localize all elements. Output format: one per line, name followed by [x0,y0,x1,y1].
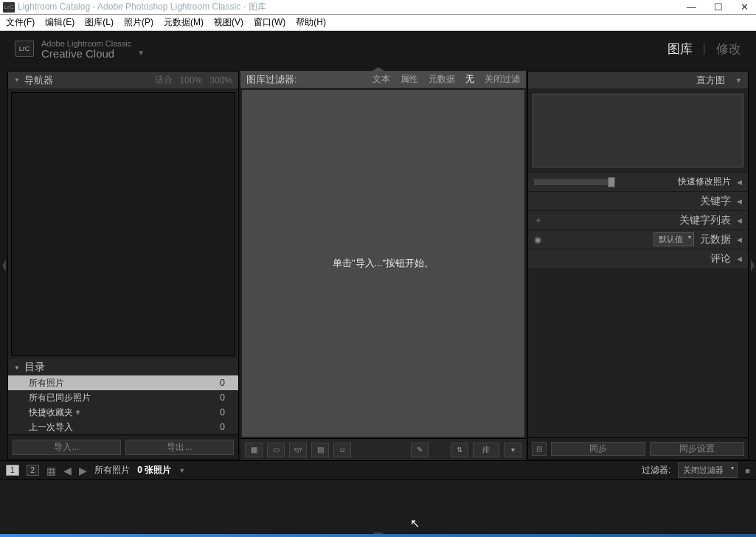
empty-grid-message: 单击"导入..."按钮开始。 [333,257,434,270]
histogram-display [533,94,743,167]
sync-settings-button[interactable]: 同步设置 [650,442,744,456]
compare-view-icon[interactable]: X|Y [289,443,307,457]
catalog-item-synced[interactable]: 所有已同步照片 0 [8,390,238,405]
maximize-button[interactable]: ☐ [714,1,723,13]
zoom-100[interactable]: 100% [180,75,203,86]
menu-view[interactable]: 视图(V) [209,15,248,30]
loupe-view-icon[interactable]: ▭ [267,443,285,457]
import-button[interactable]: 导入... [13,440,121,455]
survey-view-icon[interactable]: ▤ [311,443,329,457]
quickdev-slider-row: 快速修改照片 ◀ [528,172,748,191]
catalog-item-all-photos[interactable]: 所有照片 0 [8,375,238,390]
menu-window[interactable]: 窗口(W) [249,15,290,30]
export-button[interactable]: 导出... [125,440,234,455]
menu-metadata[interactable]: 元数据(M) [159,15,208,30]
painter-icon[interactable]: ✎ [411,443,429,457]
people-view-icon[interactable]: ☺ [333,443,351,457]
catalog-item-previous-import[interactable]: 上一次导入 0 [8,420,238,434]
catalog-item-count: 0 [220,392,225,403]
collapse-icon: ▼ [14,364,20,371]
catalog-item-label: 所有照片 [29,377,64,389]
zoom-fit[interactable]: 适合 [155,74,173,86]
section-title: 关键字 [700,195,731,208]
sync-toggle-icon[interactable]: ⊟ [532,442,547,456]
source-path[interactable]: 所有照片 [94,464,130,477]
sort-direction-icon[interactable]: ⇅ [451,443,468,457]
filmstrip-statusbar: 1 2 ▦ ◀ ▶ 所有照片 0 张照片 ▼ 过滤器: 关闭过滤器 ■ [0,460,756,479]
window-titlebar: LrC Lightroom Catalog - Adobe Photoshop … [0,0,756,15]
right-panel-toggle[interactable] [749,71,756,460]
filter-text[interactable]: 文本 [372,73,390,86]
center-toolbar: ▦ ▭ X|Y ▤ ☺ ✎ ⇅ 排 ▾ [240,438,526,460]
filter-metadata[interactable]: 元数据 [429,73,455,86]
menu-help[interactable]: 帮助(H) [291,15,330,30]
sync-row: ⊟ 同步 同步设置 [528,437,748,460]
center-panel: 图库过滤器: 文本 属性 元数据 无 关闭过滤 单击"导入..."按钮开始。 ▦… [240,71,526,460]
lrc-logo-icon: LrC [15,41,34,57]
menu-photo[interactable]: 照片(P) [119,15,158,30]
keywording-section[interactable]: 关键字◀ [528,191,748,210]
catalog-item-count: 0 [220,378,225,388]
module-library[interactable]: 图库 [667,41,693,58]
quickdev-title: 快速修改照片 [678,176,731,188]
nav-forward-icon[interactable]: ▶ [79,465,87,477]
zoom-300[interactable]: 300% [209,75,232,86]
navigator-header[interactable]: ▼ 导航器 适合 100% 300% [8,72,238,89]
catalog-panel: ▼ 目录 所有照片 0 所有已同步照片 0 快捷收藏夹 + 0 [8,359,238,434]
collapse-icon: ◀ [737,179,742,186]
grid-view[interactable]: 单击"导入..."按钮开始。 [242,90,524,437]
eye-icon[interactable]: ◉ [534,235,541,245]
left-panel-toggle[interactable] [0,71,7,460]
menu-edit[interactable]: 编辑(E) [41,15,79,30]
catalog-header[interactable]: ▼ 目录 [8,359,238,375]
library-filter-bar: 图库过滤器: 文本 属性 元数据 无 关闭过滤 [240,71,526,89]
app-icon: LrC [3,2,15,13]
catalog-item-label: 上一次导入 [29,421,73,434]
close-button[interactable]: ✕ [741,1,749,13]
section-title: 关键字列表 [679,214,731,227]
catalog-item-quick-collection[interactable]: 快捷收藏夹 + 0 [8,405,238,420]
menu-file[interactable]: 文件(F) [1,15,39,30]
histogram-header[interactable]: 直方图 ▼ [528,72,748,89]
second-window-button[interactable]: 2 [27,465,40,476]
filter-lock-icon[interactable]: ■ [745,466,750,475]
filter-none[interactable]: 无 [465,73,474,86]
identity-plate: LrC Adobe Lightroom Classic Creative Clo… [0,31,756,66]
quickdev-slider[interactable] [534,179,615,185]
sort-dropdown[interactable]: 排 [473,443,499,457]
comments-section[interactable]: 评论◀ [528,249,748,268]
metadata-section[interactable]: ◉ 默认值 元数据◀ [528,229,748,249]
plus-icon[interactable]: ＋ [534,214,543,226]
section-title: 评论 [710,252,731,266]
source-dropdown-icon[interactable]: ▼ [178,467,185,474]
grid-icon[interactable]: ▦ [46,465,56,477]
module-develop[interactable]: 修改 [716,41,741,58]
keyword-list-section[interactable]: ＋ 关键字列表◀ [528,210,748,229]
photo-count: 0 张照片 [137,464,171,477]
grid-view-icon[interactable]: ▦ [245,443,263,457]
catalog-list: 所有照片 0 所有已同步照片 0 快捷收藏夹 + 0 上一次导入 0 [8,375,238,434]
nav-back-icon[interactable]: ◀ [63,465,72,477]
window-title: Lightroom Catalog - Adobe Photoshop Ligh… [18,1,687,13]
sync-button[interactable]: 同步 [551,442,645,456]
catalog-item-count: 0 [220,422,225,432]
minimize-button[interactable]: — [687,1,696,13]
right-panel: 直方图 ▼ 快速修改照片 ◀ 关键字◀ ＋ 关键字列表◀ ◉ 默认值 元数据◀ [527,71,749,460]
catalog-item-label: 快捷收藏夹 + [29,406,80,419]
toolbar-chevron-icon[interactable]: ▾ [504,443,521,457]
collapse-icon: ▼ [735,77,742,84]
main-window-button[interactable]: 1 [6,465,19,476]
menu-library[interactable]: 图库(L) [80,15,118,30]
metadata-preset-select[interactable]: 默认值 [653,232,694,246]
brand-line2: Creative Cloud [41,49,131,59]
navigator-title: 导航器 [24,74,53,87]
filmstrip[interactable] [0,479,756,533]
filter-attribute[interactable]: 属性 [400,73,418,86]
menu-bar: 文件(F) 编辑(E) 图库(L) 照片(P) 元数据(M) 视图(V) 窗口(… [0,15,756,31]
identity-dropdown-icon[interactable]: ▼ [137,49,145,57]
catalog-item-count: 0 [220,407,225,418]
filter-preset-select[interactable]: 关闭过滤器 [678,462,738,478]
left-panel: ▼ 导航器 适合 100% 300% ▼ 目录 所有照片 0 [7,71,239,460]
filter-off[interactable]: 关闭过滤 [485,73,520,86]
collapse-icon: ▼ [14,77,20,83]
